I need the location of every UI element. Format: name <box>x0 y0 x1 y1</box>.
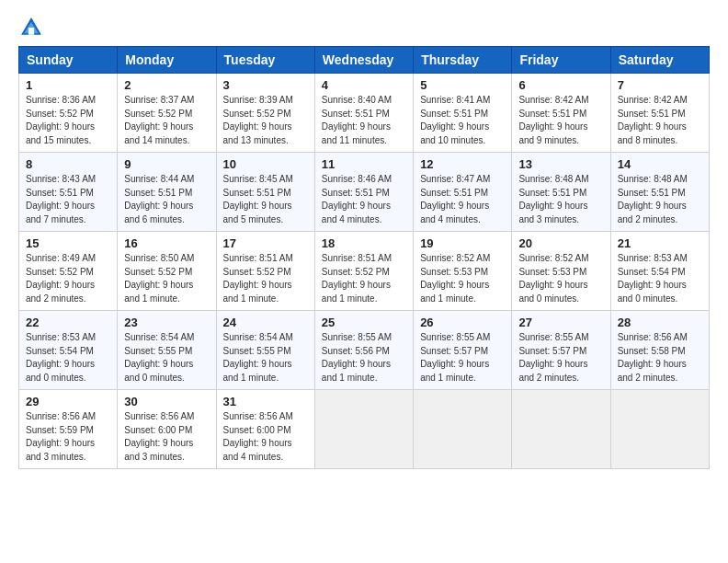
day-cell-9: 9Sunrise: 8:44 AMSunset: 5:51 PMDaylight… <box>118 153 216 232</box>
day-cell-19: 19Sunrise: 8:52 AMSunset: 5:53 PMDayligh… <box>414 232 512 311</box>
day-number: 1 <box>26 78 110 92</box>
day-info: Sunrise: 8:53 AMSunset: 5:54 PMDaylight:… <box>618 252 702 305</box>
day-cell-29: 29Sunrise: 8:56 AMSunset: 5:59 PMDayligh… <box>19 390 118 469</box>
day-number: 20 <box>518 236 603 250</box>
weekday-header-saturday: Saturday <box>610 47 709 74</box>
svg-rect-2 <box>28 28 34 35</box>
day-number: 10 <box>223 157 308 171</box>
day-number: 13 <box>518 157 603 171</box>
day-number: 4 <box>322 78 406 92</box>
day-cell-13: 13Sunrise: 8:48 AMSunset: 5:51 PMDayligh… <box>512 153 610 232</box>
day-cell-21: 21Sunrise: 8:53 AMSunset: 5:54 PMDayligh… <box>610 232 709 311</box>
day-info: Sunrise: 8:55 AMSunset: 5:57 PMDaylight:… <box>420 331 505 385</box>
day-info: Sunrise: 8:48 AMSunset: 5:51 PMDaylight:… <box>518 173 603 226</box>
day-cell-16: 16Sunrise: 8:50 AMSunset: 5:52 PMDayligh… <box>118 232 216 311</box>
day-number: 30 <box>124 395 209 408</box>
day-info: Sunrise: 8:42 AMSunset: 5:51 PMDaylight:… <box>518 94 603 147</box>
day-info: Sunrise: 8:43 AMSunset: 5:51 PMDaylight:… <box>26 173 110 226</box>
day-number: 16 <box>124 236 209 250</box>
day-info: Sunrise: 8:48 AMSunset: 5:51 PMDaylight:… <box>618 173 702 226</box>
day-number: 26 <box>420 316 505 329</box>
day-cell-31: 31Sunrise: 8:56 AMSunset: 6:00 PMDayligh… <box>216 390 314 469</box>
day-cell-30: 30Sunrise: 8:56 AMSunset: 6:00 PMDayligh… <box>118 390 216 469</box>
week-row-3: 15Sunrise: 8:49 AMSunset: 5:52 PMDayligh… <box>19 232 710 311</box>
day-number: 31 <box>223 395 308 408</box>
day-number: 23 <box>124 316 209 329</box>
day-cell-23: 23Sunrise: 8:54 AMSunset: 5:55 PMDayligh… <box>118 311 216 390</box>
empty-cell <box>512 390 610 469</box>
day-cell-28: 28Sunrise: 8:56 AMSunset: 5:58 PMDayligh… <box>610 311 709 390</box>
logo <box>18 15 48 40</box>
weekday-header-wednesday: Wednesday <box>314 47 413 74</box>
day-cell-1: 1Sunrise: 8:36 AMSunset: 5:52 PMDaylight… <box>19 74 118 153</box>
week-row-2: 8Sunrise: 8:43 AMSunset: 5:51 PMDaylight… <box>19 153 710 232</box>
day-cell-4: 4Sunrise: 8:40 AMSunset: 5:51 PMDaylight… <box>314 74 413 153</box>
weekday-header-friday: Friday <box>512 47 610 74</box>
day-info: Sunrise: 8:49 AMSunset: 5:52 PMDaylight:… <box>26 252 110 305</box>
day-info: Sunrise: 8:56 AMSunset: 5:59 PMDaylight:… <box>26 410 110 464</box>
day-number: 21 <box>618 236 702 250</box>
empty-cell <box>414 390 512 469</box>
logo-icon <box>18 15 44 40</box>
day-cell-5: 5Sunrise: 8:41 AMSunset: 5:51 PMDaylight… <box>414 74 512 153</box>
day-info: Sunrise: 8:46 AMSunset: 5:51 PMDaylight:… <box>322 173 406 226</box>
day-cell-14: 14Sunrise: 8:48 AMSunset: 5:51 PMDayligh… <box>610 153 709 232</box>
day-info: Sunrise: 8:36 AMSunset: 5:52 PMDaylight:… <box>26 94 110 147</box>
day-cell-10: 10Sunrise: 8:45 AMSunset: 5:51 PMDayligh… <box>216 153 314 232</box>
day-info: Sunrise: 8:52 AMSunset: 5:53 PMDaylight:… <box>420 252 505 305</box>
day-info: Sunrise: 8:37 AMSunset: 5:52 PMDaylight:… <box>124 94 209 147</box>
day-cell-7: 7Sunrise: 8:42 AMSunset: 5:51 PMDaylight… <box>610 74 709 153</box>
day-number: 15 <box>26 236 110 250</box>
day-number: 22 <box>26 316 110 329</box>
day-number: 27 <box>518 316 603 329</box>
page: SundayMondayTuesdayWednesdayThursdayFrid… <box>0 0 728 478</box>
day-number: 29 <box>26 395 110 408</box>
day-number: 18 <box>322 236 406 250</box>
day-cell-17: 17Sunrise: 8:51 AMSunset: 5:52 PMDayligh… <box>216 232 314 311</box>
day-cell-18: 18Sunrise: 8:51 AMSunset: 5:52 PMDayligh… <box>314 232 413 311</box>
day-info: Sunrise: 8:45 AMSunset: 5:51 PMDaylight:… <box>223 173 308 226</box>
weekday-header-tuesday: Tuesday <box>216 47 314 74</box>
weekday-header-sunday: Sunday <box>19 47 118 74</box>
day-cell-15: 15Sunrise: 8:49 AMSunset: 5:52 PMDayligh… <box>19 232 118 311</box>
day-info: Sunrise: 8:53 AMSunset: 5:54 PMDaylight:… <box>26 331 110 385</box>
day-number: 2 <box>124 78 209 92</box>
day-info: Sunrise: 8:55 AMSunset: 5:57 PMDaylight:… <box>518 331 603 385</box>
day-info: Sunrise: 8:41 AMSunset: 5:51 PMDaylight:… <box>420 94 505 147</box>
day-cell-6: 6Sunrise: 8:42 AMSunset: 5:51 PMDaylight… <box>512 74 610 153</box>
day-info: Sunrise: 8:47 AMSunset: 5:51 PMDaylight:… <box>420 173 505 226</box>
day-cell-24: 24Sunrise: 8:54 AMSunset: 5:55 PMDayligh… <box>216 311 314 390</box>
week-row-4: 22Sunrise: 8:53 AMSunset: 5:54 PMDayligh… <box>19 311 710 390</box>
day-info: Sunrise: 8:54 AMSunset: 5:55 PMDaylight:… <box>223 331 308 385</box>
day-info: Sunrise: 8:51 AMSunset: 5:52 PMDaylight:… <box>223 252 308 305</box>
day-cell-11: 11Sunrise: 8:46 AMSunset: 5:51 PMDayligh… <box>314 153 413 232</box>
day-info: Sunrise: 8:40 AMSunset: 5:51 PMDaylight:… <box>322 94 406 147</box>
day-number: 24 <box>223 316 308 329</box>
empty-cell <box>314 390 413 469</box>
day-cell-22: 22Sunrise: 8:53 AMSunset: 5:54 PMDayligh… <box>19 311 118 390</box>
day-cell-3: 3Sunrise: 8:39 AMSunset: 5:52 PMDaylight… <box>216 74 314 153</box>
day-number: 6 <box>518 78 603 92</box>
day-info: Sunrise: 8:52 AMSunset: 5:53 PMDaylight:… <box>518 252 603 305</box>
weekday-header-row: SundayMondayTuesdayWednesdayThursdayFrid… <box>19 47 710 74</box>
day-number: 11 <box>322 157 406 171</box>
day-cell-27: 27Sunrise: 8:55 AMSunset: 5:57 PMDayligh… <box>512 311 610 390</box>
day-info: Sunrise: 8:56 AMSunset: 5:58 PMDaylight:… <box>618 331 702 385</box>
day-info: Sunrise: 8:51 AMSunset: 5:52 PMDaylight:… <box>322 252 406 305</box>
day-number: 7 <box>618 78 702 92</box>
day-number: 14 <box>618 157 702 171</box>
day-cell-26: 26Sunrise: 8:55 AMSunset: 5:57 PMDayligh… <box>414 311 512 390</box>
day-info: Sunrise: 8:39 AMSunset: 5:52 PMDaylight:… <box>223 94 308 147</box>
day-cell-25: 25Sunrise: 8:55 AMSunset: 5:56 PMDayligh… <box>314 311 413 390</box>
week-row-1: 1Sunrise: 8:36 AMSunset: 5:52 PMDaylight… <box>19 74 710 153</box>
weekday-header-monday: Monday <box>118 47 216 74</box>
calendar-table: SundayMondayTuesdayWednesdayThursdayFrid… <box>18 46 710 469</box>
day-info: Sunrise: 8:55 AMSunset: 5:56 PMDaylight:… <box>322 331 406 385</box>
day-info: Sunrise: 8:42 AMSunset: 5:51 PMDaylight:… <box>618 94 702 147</box>
week-row-5: 29Sunrise: 8:56 AMSunset: 5:59 PMDayligh… <box>19 390 710 469</box>
day-info: Sunrise: 8:56 AMSunset: 6:00 PMDaylight:… <box>223 410 308 464</box>
day-info: Sunrise: 8:50 AMSunset: 5:52 PMDaylight:… <box>124 252 209 305</box>
day-info: Sunrise: 8:56 AMSunset: 6:00 PMDaylight:… <box>124 410 209 464</box>
weekday-header-thursday: Thursday <box>414 47 512 74</box>
day-cell-8: 8Sunrise: 8:43 AMSunset: 5:51 PMDaylight… <box>19 153 118 232</box>
